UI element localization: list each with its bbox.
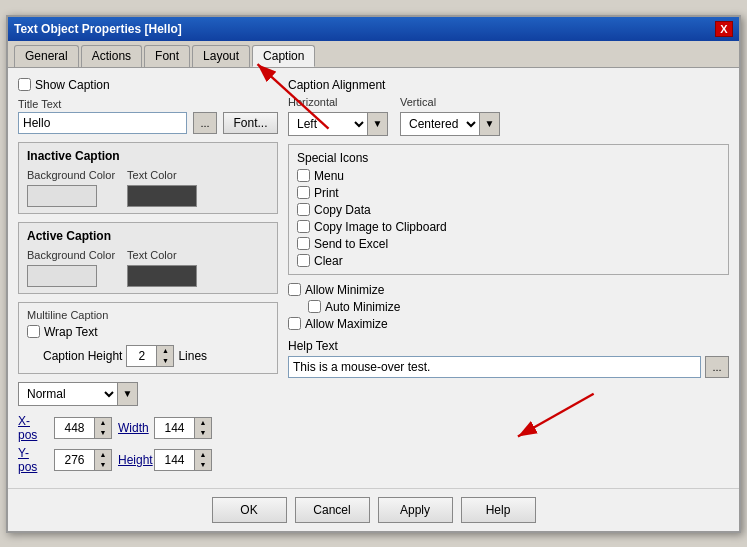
normal-dropdown[interactable]: Normal Bold Italic ▼ bbox=[18, 382, 138, 406]
ok-button[interactable]: OK bbox=[212, 497, 287, 523]
ypos-label[interactable]: Y-pos bbox=[18, 446, 48, 474]
vertical-select[interactable]: Top Centered Bottom bbox=[401, 113, 479, 135]
main-window: Text Object Properties [Hello] X General… bbox=[6, 15, 741, 533]
font-button[interactable]: Font... bbox=[223, 112, 278, 134]
height-down[interactable]: ▼ bbox=[195, 460, 211, 470]
vertical-arrow[interactable]: ▼ bbox=[479, 113, 499, 135]
icon-menu-checkbox[interactable] bbox=[297, 169, 310, 182]
xpos-label[interactable]: X-pos bbox=[18, 414, 48, 442]
width-down[interactable]: ▼ bbox=[195, 428, 211, 438]
caption-alignment-title: Caption Alignment bbox=[288, 78, 729, 92]
multiline-caption-group: Multiline Caption Wrap Text Caption Heig… bbox=[18, 302, 278, 374]
icon-send-excel-checkbox[interactable] bbox=[297, 237, 310, 250]
bottom-buttons: OK Cancel Apply Help bbox=[8, 488, 739, 531]
inactive-caption-title: Inactive Caption bbox=[27, 149, 269, 163]
horizontal-arrow[interactable]: ▼ bbox=[367, 113, 387, 135]
allow-maximize-label: Allow Maximize bbox=[305, 317, 388, 331]
wrap-text-checkbox[interactable] bbox=[27, 325, 40, 338]
align-dropdowns: Horizontal Left Center Right ▼ bbox=[288, 96, 729, 136]
help-text-input[interactable] bbox=[288, 356, 701, 378]
icon-menu-row: Menu bbox=[297, 169, 720, 183]
ypos-input[interactable] bbox=[55, 450, 95, 470]
active-caption-box: Active Caption Background Color Text Col… bbox=[18, 222, 278, 294]
caption-height-up[interactable]: ▲ bbox=[157, 346, 173, 356]
width-spinner: ▲ ▼ bbox=[154, 417, 212, 439]
show-caption-checkbox[interactable] bbox=[18, 78, 31, 91]
caption-height-spinner-buttons: ▲ ▼ bbox=[157, 346, 173, 366]
allow-minimize-checkbox[interactable] bbox=[288, 283, 301, 296]
normal-select[interactable]: Normal Bold Italic bbox=[19, 383, 117, 405]
caption-height-down[interactable]: ▼ bbox=[157, 356, 173, 366]
width-spinner-btns: ▲ ▼ bbox=[195, 418, 211, 438]
active-bg-swatch[interactable] bbox=[27, 265, 97, 287]
title-ellipsis-button[interactable]: ... bbox=[193, 112, 217, 134]
caption-height-input[interactable] bbox=[127, 346, 157, 366]
help-text-title: Help Text bbox=[288, 339, 729, 353]
height-spinner: ▲ ▼ bbox=[154, 449, 212, 471]
tab-caption[interactable]: Caption bbox=[252, 45, 315, 67]
special-icons-title: Special Icons bbox=[297, 151, 720, 165]
help-text-input-row: ... bbox=[288, 356, 729, 378]
auto-minimize-checkbox[interactable] bbox=[308, 300, 321, 313]
allow-group: Allow Minimize Auto Minimize Allow Maxim… bbox=[288, 283, 729, 331]
horizontal-select-wrap[interactable]: Left Center Right ▼ bbox=[288, 112, 388, 136]
tab-actions[interactable]: Actions bbox=[81, 45, 142, 67]
lines-label: Lines bbox=[178, 349, 207, 363]
title-text-input[interactable] bbox=[18, 112, 187, 134]
active-text-swatch[interactable] bbox=[127, 265, 197, 287]
xpos-input[interactable] bbox=[55, 418, 95, 438]
inactive-text-color-item: Text Color bbox=[127, 169, 197, 207]
help-button[interactable]: Help bbox=[461, 497, 536, 523]
inactive-text-label: Text Color bbox=[127, 169, 197, 181]
tab-font[interactable]: Font bbox=[144, 45, 190, 67]
active-color-pair: Background Color Text Color bbox=[27, 249, 269, 287]
apply-button[interactable]: Apply bbox=[378, 497, 453, 523]
icon-copy-image-checkbox[interactable] bbox=[297, 220, 310, 233]
ypos-down[interactable]: ▼ bbox=[95, 460, 111, 470]
icon-print-checkbox[interactable] bbox=[297, 186, 310, 199]
horizontal-select[interactable]: Left Center Right bbox=[289, 113, 367, 135]
tab-content: Show Caption Title Text ... Font... Inac… bbox=[8, 68, 739, 488]
width-label[interactable]: Width bbox=[118, 421, 148, 435]
height-label[interactable]: Height bbox=[118, 453, 148, 467]
auto-minimize-row: Auto Minimize bbox=[308, 300, 729, 314]
height-spinner-btns: ▲ ▼ bbox=[195, 450, 211, 470]
close-button[interactable]: X bbox=[715, 21, 733, 37]
help-text-ellipsis-button[interactable]: ... bbox=[705, 356, 729, 378]
width-up[interactable]: ▲ bbox=[195, 418, 211, 428]
height-input[interactable] bbox=[155, 450, 195, 470]
icon-print-label: Print bbox=[314, 186, 339, 200]
xpos-up[interactable]: ▲ bbox=[95, 418, 111, 428]
normal-dropdown-arrow[interactable]: ▼ bbox=[117, 383, 137, 405]
allow-maximize-checkbox[interactable] bbox=[288, 317, 301, 330]
icon-copy-data-label: Copy Data bbox=[314, 203, 371, 217]
tab-layout[interactable]: Layout bbox=[192, 45, 250, 67]
height-up[interactable]: ▲ bbox=[195, 450, 211, 460]
left-panel: Show Caption Title Text ... Font... Inac… bbox=[18, 78, 278, 478]
icon-copy-data-checkbox[interactable] bbox=[297, 203, 310, 216]
ypos-up[interactable]: ▲ bbox=[95, 450, 111, 460]
ypos-spinner-btns: ▲ ▼ bbox=[95, 450, 111, 470]
width-input[interactable] bbox=[155, 418, 195, 438]
title-bar: Text Object Properties [Hello] X bbox=[8, 17, 739, 41]
inactive-bg-swatch[interactable] bbox=[27, 185, 97, 207]
caption-alignment-group: Caption Alignment Horizontal Left Center… bbox=[288, 78, 729, 136]
inactive-bg-label: Background Color bbox=[27, 169, 115, 181]
cancel-button[interactable]: Cancel bbox=[295, 497, 370, 523]
tab-general[interactable]: General bbox=[14, 45, 79, 67]
horizontal-align-item: Horizontal Left Center Right ▼ bbox=[288, 96, 388, 136]
multiline-caption-title: Multiline Caption bbox=[27, 309, 269, 321]
icon-copy-image-row: Copy Image to Clipboard bbox=[297, 220, 720, 234]
allow-maximize-row: Allow Maximize bbox=[288, 317, 729, 331]
auto-minimize-label: Auto Minimize bbox=[325, 300, 400, 314]
inactive-text-swatch[interactable] bbox=[127, 185, 197, 207]
right-panel: Caption Alignment Horizontal Left Center… bbox=[288, 78, 729, 478]
horizontal-label: Horizontal bbox=[288, 96, 388, 108]
caption-height-label: Caption Height bbox=[43, 349, 122, 363]
title-input-row: ... Font... bbox=[18, 112, 278, 134]
xpos-spinner-btns: ▲ ▼ bbox=[95, 418, 111, 438]
icon-clear-checkbox[interactable] bbox=[297, 254, 310, 267]
vertical-select-wrap[interactable]: Top Centered Bottom ▼ bbox=[400, 112, 500, 136]
xpos-down[interactable]: ▼ bbox=[95, 428, 111, 438]
icon-menu-label: Menu bbox=[314, 169, 344, 183]
